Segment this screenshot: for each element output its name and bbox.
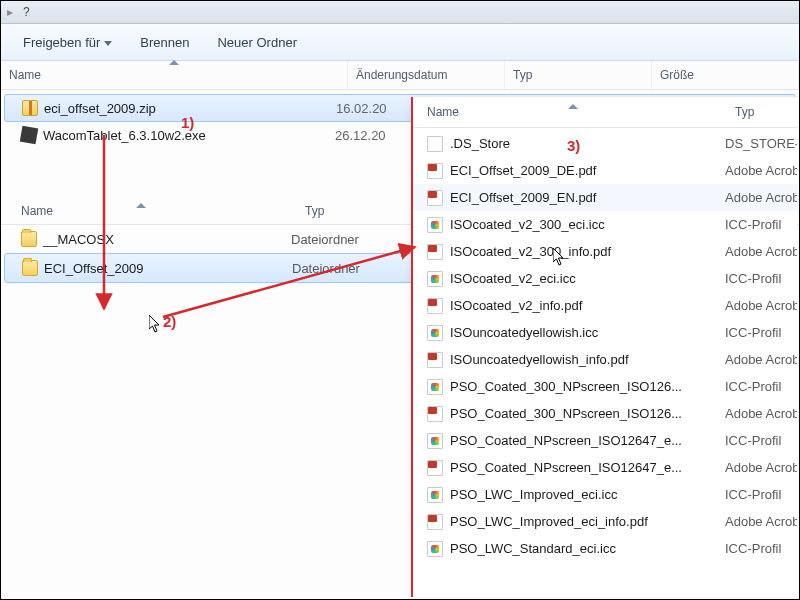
- file-name: PSO_Coated_300_NPscreen_ISO126...: [450, 379, 682, 394]
- annotation-step-2: 2): [163, 313, 176, 330]
- explorer-toolbar: Freigeben für Brennen Neuer Ordner: [1, 24, 799, 61]
- file-name: .DS_Store: [450, 136, 510, 151]
- column-header-name[interactable]: Name: [1, 61, 348, 89]
- column-header-size-label: Größe: [660, 68, 694, 82]
- file-name: ECI_Offset_2009_EN.pdf: [450, 190, 596, 205]
- chevron-down-icon: [104, 41, 112, 46]
- right-column-name[interactable]: Name: [413, 105, 727, 119]
- icc-icon: [427, 487, 443, 503]
- pdf-icon: [427, 460, 443, 476]
- title-fragment: ?: [23, 5, 30, 19]
- file-row[interactable]: ISOcoated_v2_300_info.pdfAdobe Acrob: [413, 238, 797, 265]
- file-type: ICC-Profil: [725, 271, 797, 286]
- file-name: ISOcoated_v2_300_info.pdf: [450, 244, 611, 259]
- file-row[interactable]: ISOuncoatedyellowish_info.pdfAdobe Acrob: [413, 346, 797, 373]
- sort-ascending-icon: [568, 104, 578, 109]
- pdf-icon: [427, 190, 443, 206]
- file-row[interactable]: ISOcoated_v2_300_eci.iccICC-Profil: [413, 211, 797, 238]
- share-button-label: Freigeben für: [23, 35, 100, 50]
- icc-icon: [427, 541, 443, 557]
- file-type: Adobe Acrob: [725, 190, 797, 205]
- file-type: Adobe Acrob: [725, 298, 797, 313]
- sub-column-name-label: Name: [21, 204, 53, 218]
- exe-icon: [20, 126, 39, 145]
- file-name: ISOcoated_v2_info.pdf: [450, 298, 582, 313]
- file-name: ECI_Offset_2009_DE.pdf: [450, 163, 596, 178]
- pdf-icon: [427, 298, 443, 314]
- column-header-row: Name Änderungsdatum Typ Größe: [1, 61, 799, 90]
- file-type: Adobe Acrob: [725, 352, 797, 367]
- file-name: eci_offset_2009.zip: [44, 101, 156, 116]
- file-type: Adobe Acrob: [725, 244, 797, 259]
- share-button[interactable]: Freigeben für: [23, 35, 112, 50]
- file-name: PSO_Coated_300_NPscreen_ISO126...: [450, 406, 682, 421]
- sort-ascending-icon: [136, 203, 146, 208]
- file-row[interactable]: PSO_Coated_NPscreen_ISO12647_e...Adobe A…: [413, 454, 797, 481]
- file-row[interactable]: .DS_StoreDS_STORE-Da: [413, 130, 797, 157]
- column-header-name-label: Name: [9, 68, 41, 82]
- right-column-type[interactable]: Typ: [727, 105, 797, 119]
- sub-column-name[interactable]: Name: [1, 204, 305, 218]
- sub-column-type-label: Typ: [305, 204, 324, 218]
- file-type: Adobe Acrob: [725, 163, 797, 178]
- file-type: DS_STORE-Da: [725, 136, 797, 151]
- right-column-name-label: Name: [427, 105, 459, 119]
- new-folder-button[interactable]: Neuer Ordner: [217, 35, 296, 50]
- file-row[interactable]: PSO_LWC_Improved_eci.iccICC-Profil: [413, 481, 797, 508]
- column-header-type[interactable]: Typ: [505, 61, 652, 89]
- file-row[interactable]: ISOcoated_v2_eci.iccICC-Profil: [413, 265, 797, 292]
- file-name: PSO_LWC_Improved_eci.icc: [450, 487, 617, 502]
- pdf-icon: [427, 163, 443, 179]
- right-column-header: Name Typ: [413, 97, 797, 128]
- burn-button-label: Brennen: [140, 35, 189, 50]
- column-header-date-label: Änderungsdatum: [356, 68, 447, 82]
- cursor-icon: [149, 315, 161, 333]
- burn-button[interactable]: Brennen: [140, 35, 189, 50]
- right-detail-pane: Name Typ .DS_StoreDS_STORE-DaECI_Offset_…: [411, 97, 797, 597]
- file-row[interactable]: ECI_Offset_2009_DE.pdfAdobe Acrob: [413, 157, 797, 184]
- icc-icon: [427, 217, 443, 233]
- column-header-date[interactable]: Änderungsdatum: [348, 61, 505, 89]
- column-header-type-label: Typ: [513, 68, 532, 82]
- file-name: ISOuncoatedyellowish.icc: [450, 325, 598, 340]
- folder-name: ECI_Offset_2009: [44, 261, 144, 276]
- pdf-icon: [427, 244, 443, 260]
- window-titlebar: ▸ ?: [1, 1, 799, 24]
- file-row[interactable]: PSO_Coated_300_NPscreen_ISO126...ICC-Pro…: [413, 373, 797, 400]
- file-type: ICC-Profil: [725, 217, 797, 232]
- explorer-window: ▸ ? Freigeben für Brennen Neuer Ordner N…: [0, 0, 800, 600]
- file-name: ISOcoated_v2_eci.icc: [450, 271, 576, 286]
- folder-name: __MACOSX: [43, 232, 114, 247]
- file-row[interactable]: PSO_Coated_NPscreen_ISO12647_e...ICC-Pro…: [413, 427, 797, 454]
- icc-icon: [427, 325, 443, 341]
- file-row[interactable]: ISOuncoatedyellowish.iccICC-Profil: [413, 319, 797, 346]
- file-name: PSO_Coated_NPscreen_ISO12647_e...: [450, 433, 682, 448]
- file-type: Adobe Acrob: [725, 514, 797, 529]
- icc-icon: [427, 271, 443, 287]
- file-row[interactable]: PSO_LWC_Standard_eci.iccICC-Profil: [413, 535, 797, 562]
- file-type: ICC-Profil: [725, 541, 797, 556]
- file-name: ISOcoated_v2_300_eci.icc: [450, 217, 605, 232]
- file-icon: [427, 136, 443, 152]
- pdf-icon: [427, 514, 443, 530]
- file-row[interactable]: ECI_Offset_2009_EN.pdfAdobe Acrob: [413, 184, 797, 211]
- file-type: ICC-Profil: [725, 487, 797, 502]
- right-file-list: .DS_StoreDS_STORE-DaECI_Offset_2009_DE.p…: [413, 128, 797, 562]
- icc-icon: [427, 433, 443, 449]
- file-type: Adobe Acrob: [725, 406, 797, 421]
- title-separator-icon: ▸: [7, 5, 13, 19]
- file-type: ICC-Profil: [725, 325, 797, 340]
- folder-icon: [21, 231, 37, 247]
- file-row[interactable]: PSO_LWC_Improved_eci_info.pdfAdobe Acrob: [413, 508, 797, 535]
- icc-icon: [427, 379, 443, 395]
- file-row[interactable]: PSO_Coated_300_NPscreen_ISO126...Adobe A…: [413, 400, 797, 427]
- right-column-type-label: Typ: [735, 105, 754, 119]
- file-row[interactable]: ISOcoated_v2_info.pdfAdobe Acrob: [413, 292, 797, 319]
- column-header-size[interactable]: Größe: [652, 61, 799, 89]
- file-name: PSO_Coated_NPscreen_ISO12647_e...: [450, 460, 682, 475]
- file-name: PSO_LWC_Standard_eci.icc: [450, 541, 616, 556]
- folder-icon: [22, 260, 38, 276]
- file-name: ISOuncoatedyellowish_info.pdf: [450, 352, 629, 367]
- file-name: WacomTablet_6.3.10w2.exe: [43, 128, 206, 143]
- pdf-icon: [427, 406, 443, 422]
